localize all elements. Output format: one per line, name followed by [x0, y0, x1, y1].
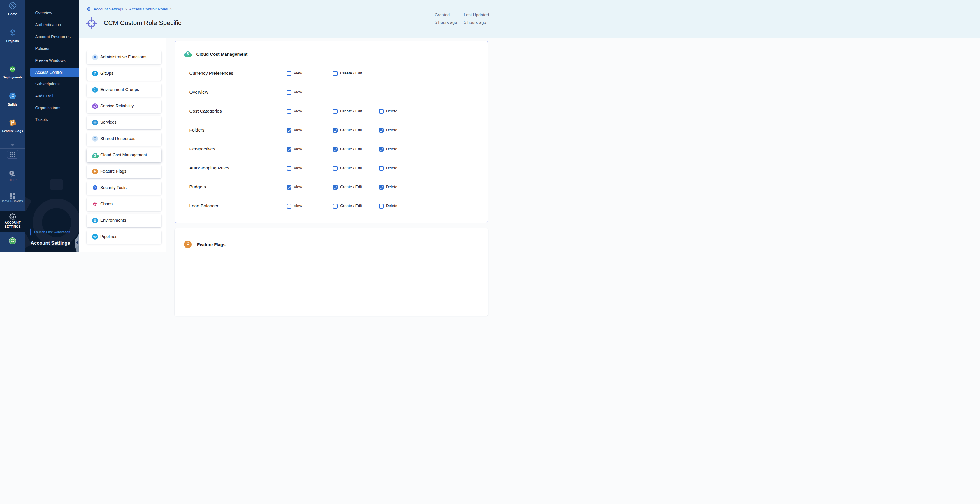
svg-text:$: $ [94, 153, 96, 158]
svg-text:?: ? [11, 172, 13, 175]
svg-text:$: $ [186, 51, 189, 56]
